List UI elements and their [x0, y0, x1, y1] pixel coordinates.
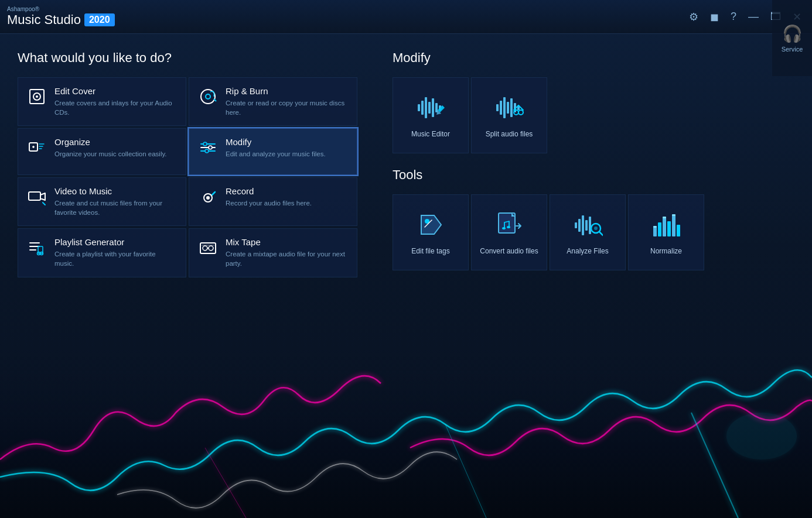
modify-cards: Music Editor — [393, 77, 794, 153]
svg-rect-48 — [582, 215, 584, 235]
split-audio-card[interactable]: Split audio files — [471, 77, 547, 153]
edit-cover-desc: Create covers and inlays for your Audio … — [54, 98, 176, 117]
theme-icon[interactable]: ◼ — [707, 9, 722, 25]
record-title: Record — [226, 186, 312, 196]
svg-point-9 — [206, 94, 210, 99]
split-audio-icon — [493, 91, 526, 124]
music-editor-card[interactable]: Music Editor — [393, 77, 469, 153]
video-to-music-title: Video to Music — [54, 186, 176, 196]
edit-file-tags-card[interactable]: Edit file tags — [393, 194, 469, 270]
svg-rect-35 — [503, 97, 506, 118]
svg-rect-61 — [663, 217, 666, 218]
app-logo: Ashampoo® Music Studio 2020 — [7, 6, 115, 28]
modify-section-title: Modify — [393, 50, 794, 66]
minimize-button[interactable]: — — [745, 9, 762, 24]
svg-point-24 — [203, 246, 207, 251]
svg-rect-31 — [435, 103, 438, 112]
playlist-generator-desc: Create a playlist with your favorite mus… — [54, 249, 176, 268]
main-question: What would you like to do? — [18, 50, 357, 66]
convert-audio-card[interactable]: Convert audio files — [471, 194, 547, 270]
feature-cards-grid: Edit Cover Create covers and inlays for … — [18, 77, 357, 277]
analyze-files-card[interactable]: Analyze Files — [550, 194, 626, 270]
brand-name: Ashampoo® — [7, 6, 115, 12]
svg-rect-49 — [585, 220, 588, 231]
normalize-card[interactable]: Normalize — [628, 194, 704, 270]
svg-rect-27 — [421, 101, 424, 115]
svg-point-7 — [36, 95, 38, 98]
edit-cover-card[interactable]: Edit Cover Create covers and inlays for … — [18, 77, 186, 126]
svg-rect-59 — [677, 225, 680, 236]
svg-rect-56 — [663, 218, 666, 236]
analyze-files-icon — [571, 208, 604, 241]
left-panel: What would you like to do? Edit Cover Cr… — [0, 34, 375, 518]
edit-file-tags-label: Edit file tags — [411, 247, 449, 256]
svg-point-53 — [594, 227, 598, 230]
rip-burn-title: Rip & Burn — [226, 86, 347, 96]
app-name: Music Studio — [7, 12, 81, 28]
svg-rect-62 — [672, 214, 675, 216]
modify-title: Modify — [226, 137, 326, 147]
svg-rect-30 — [432, 98, 434, 117]
settings-icon[interactable]: ⚙ — [685, 9, 702, 25]
headphone-icon: 🎧 — [782, 24, 803, 43]
svg-rect-33 — [496, 104, 499, 111]
main-content: What would you like to do? Edit Cover Cr… — [0, 34, 812, 518]
record-icon — [199, 187, 217, 206]
svg-rect-28 — [425, 97, 427, 118]
svg-rect-29 — [428, 102, 431, 114]
analyze-files-label: Analyze Files — [567, 247, 608, 256]
modify-desc: Edit and analyze your music files. — [226, 149, 326, 159]
svg-rect-37 — [510, 98, 513, 117]
modify-card[interactable]: Modify Edit and analyze your music files… — [189, 128, 357, 175]
organize-title: Organize — [54, 137, 167, 147]
organize-card[interactable]: Organize Organize your music collection … — [18, 128, 186, 175]
video-to-music-desc: Create and cut music files from your fav… — [54, 198, 176, 217]
video-to-music-card[interactable]: Video to Music Create and cut music file… — [18, 177, 186, 226]
svg-point-16 — [205, 149, 209, 153]
modify-icon — [199, 138, 217, 157]
rip-burn-card[interactable]: Rip & Burn Create or read or copy your m… — [189, 77, 357, 126]
service-label: Service — [782, 46, 803, 53]
svg-point-44 — [502, 227, 506, 229]
svg-rect-46 — [575, 222, 577, 228]
svg-point-45 — [507, 226, 510, 228]
svg-rect-34 — [500, 101, 502, 115]
rip-burn-desc: Create or read or copy your music discs … — [226, 98, 347, 117]
svg-rect-50 — [589, 217, 591, 234]
mix-tape-icon — [199, 238, 217, 257]
mix-tape-card[interactable]: Mix Tape Create a mixtape audio file for… — [189, 228, 357, 277]
svg-rect-26 — [418, 104, 420, 111]
right-panel: Modify — [375, 34, 812, 518]
playlist-generator-title: Playlist Generator — [54, 237, 176, 247]
playlist-generator-card[interactable]: Playlist Generator Create a playlist wit… — [18, 228, 186, 277]
edit-cover-icon — [28, 87, 46, 106]
record-desc: Record your audio files here. — [226, 198, 312, 208]
svg-rect-36 — [507, 102, 509, 114]
tools-section: Tools Edit file tags — [393, 167, 794, 270]
svg-point-25 — [209, 246, 213, 251]
playlist-generator-icon — [28, 238, 46, 257]
help-icon[interactable]: ? — [727, 9, 740, 24]
service-panel[interactable]: 🎧 Service — [772, 0, 812, 76]
svg-line-52 — [599, 232, 603, 235]
organize-desc: Organize your music collection easily. — [54, 149, 167, 159]
tools-section-title: Tools — [393, 167, 794, 183]
svg-rect-54 — [653, 227, 657, 236]
convert-audio-icon — [493, 208, 526, 241]
modify-section: Modify — [393, 50, 794, 153]
tools-cards: Edit file tags — [393, 194, 794, 270]
svg-rect-57 — [667, 221, 671, 236]
svg-rect-47 — [578, 219, 581, 232]
svg-rect-60 — [653, 226, 657, 228]
app-year: 2020 — [84, 13, 115, 26]
normalize-icon — [650, 208, 683, 241]
music-editor-label: Music Editor — [411, 130, 450, 139]
svg-point-41 — [518, 110, 523, 115]
split-audio-label: Split audio files — [486, 130, 533, 139]
svg-rect-58 — [672, 215, 675, 236]
organize-icon — [28, 138, 46, 157]
music-editor-icon — [414, 91, 447, 124]
normalize-label: Normalize — [650, 247, 682, 256]
record-card[interactable]: Record Record your audio files here. — [189, 177, 357, 226]
svg-rect-17 — [29, 192, 40, 200]
